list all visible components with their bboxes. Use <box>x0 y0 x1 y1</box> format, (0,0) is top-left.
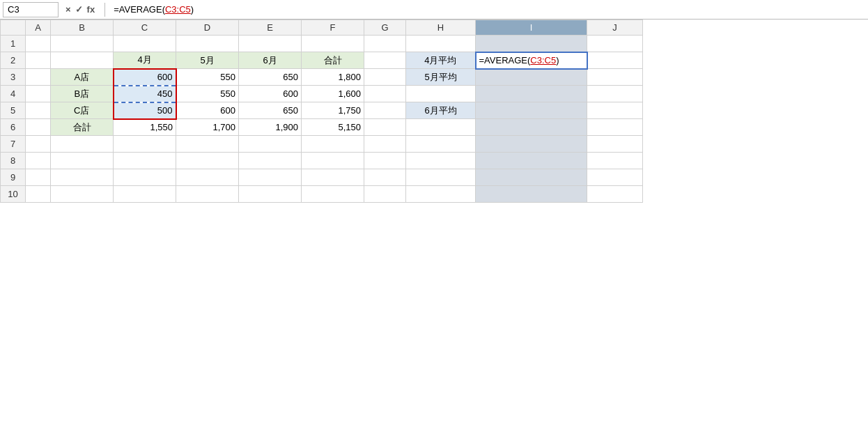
cell-B2[interactable] <box>51 52 114 69</box>
cell-A5[interactable] <box>26 102 51 119</box>
cell-C7[interactable] <box>114 136 176 153</box>
cell-G1[interactable] <box>364 36 406 52</box>
col-header-D[interactable]: D <box>176 20 239 36</box>
cell-D8[interactable] <box>176 153 239 169</box>
cell-E4[interactable]: 600 <box>239 86 302 102</box>
cell-H1[interactable] <box>406 36 476 52</box>
cell-F1[interactable] <box>302 36 364 52</box>
cell-G2[interactable] <box>364 52 406 69</box>
cell-D1[interactable] <box>176 36 239 52</box>
cell-D6[interactable]: 1,700 <box>176 119 239 136</box>
cancel-icon[interactable]: × <box>65 4 71 15</box>
cell-F6[interactable]: 5,150 <box>302 119 364 136</box>
cell-C6[interactable]: 1,550 <box>114 119 176 136</box>
cell-I9[interactable] <box>476 169 587 186</box>
cell-D10[interactable] <box>176 186 239 203</box>
cell-A9[interactable] <box>26 169 51 186</box>
cell-H3[interactable]: 5月平均 <box>406 69 476 86</box>
cell-I8[interactable] <box>476 153 587 169</box>
cell-B9[interactable] <box>51 169 114 186</box>
cell-C8[interactable] <box>114 153 176 169</box>
cell-E5[interactable]: 650 <box>239 102 302 119</box>
cell-E8[interactable] <box>239 153 302 169</box>
col-header-E[interactable]: E <box>239 20 302 36</box>
cell-J2[interactable] <box>587 52 643 69</box>
cell-E6[interactable]: 1,900 <box>239 119 302 136</box>
cell-J3[interactable] <box>587 69 643 86</box>
cell-H6[interactable] <box>406 119 476 136</box>
cell-J6[interactable] <box>587 119 643 136</box>
col-header-A[interactable]: A <box>26 20 51 36</box>
cell-J1[interactable] <box>587 36 643 52</box>
cell-H4[interactable] <box>406 86 476 102</box>
cell-I4[interactable] <box>476 86 587 102</box>
cell-C10[interactable] <box>114 186 176 203</box>
cell-C3[interactable]: 600 <box>114 69 176 86</box>
cell-C5[interactable]: 500 <box>114 102 176 119</box>
col-header-C[interactable]: C <box>114 20 176 36</box>
cell-E3[interactable]: 650 <box>239 69 302 86</box>
cell-F10[interactable] <box>302 186 364 203</box>
cell-I3[interactable] <box>476 69 587 86</box>
cell-G3[interactable] <box>364 69 406 86</box>
cell-C2[interactable]: 4月 <box>114 52 176 69</box>
cell-A6[interactable] <box>26 119 51 136</box>
cell-B3[interactable]: A店 <box>51 69 114 86</box>
cell-H9[interactable] <box>406 169 476 186</box>
cell-D9[interactable] <box>176 169 239 186</box>
cell-J7[interactable] <box>587 136 643 153</box>
cell-F9[interactable] <box>302 169 364 186</box>
cell-I5[interactable] <box>476 102 587 119</box>
cell-I2[interactable]: =AVERAGE(C3:C5) AVERAGE(数値1, [数値2], ...) <box>476 52 587 69</box>
cell-H10[interactable] <box>406 186 476 203</box>
cell-E2[interactable]: 6月 <box>239 52 302 69</box>
col-header-F[interactable]: F <box>302 20 364 36</box>
col-header-G[interactable]: G <box>364 20 406 36</box>
cell-B1[interactable] <box>51 36 114 52</box>
cell-D3[interactable]: 550 <box>176 69 239 86</box>
cell-I10[interactable] <box>476 186 587 203</box>
cell-G5[interactable] <box>364 102 406 119</box>
cell-D7[interactable] <box>176 136 239 153</box>
cell-F7[interactable] <box>302 136 364 153</box>
cell-J8[interactable] <box>587 153 643 169</box>
cell-I1[interactable] <box>476 36 587 52</box>
cell-G6[interactable] <box>364 119 406 136</box>
cell-E10[interactable] <box>239 186 302 203</box>
formula-display[interactable]: =AVERAGE(C3:C5) <box>111 4 865 15</box>
col-header-H[interactable]: H <box>406 20 476 36</box>
cell-G9[interactable] <box>364 169 406 186</box>
cell-B6[interactable]: 合計 <box>51 119 114 136</box>
cell-B7[interactable] <box>51 136 114 153</box>
confirm-icon[interactable]: ✓ <box>75 4 83 15</box>
cell-B4[interactable]: B店 <box>51 86 114 102</box>
cell-F3[interactable]: 1,800 <box>302 69 364 86</box>
cell-B5[interactable]: C店 <box>51 102 114 119</box>
cell-A10[interactable] <box>26 186 51 203</box>
cell-G8[interactable] <box>364 153 406 169</box>
cell-C9[interactable] <box>114 169 176 186</box>
cell-reference-box[interactable]: C3 <box>3 2 59 17</box>
cell-I6[interactable] <box>476 119 587 136</box>
cell-F8[interactable] <box>302 153 364 169</box>
cell-J10[interactable] <box>587 186 643 203</box>
cell-A4[interactable] <box>26 86 51 102</box>
cell-G10[interactable] <box>364 186 406 203</box>
cell-I7[interactable] <box>476 136 587 153</box>
cell-A8[interactable] <box>26 153 51 169</box>
cell-C1[interactable] <box>114 36 176 52</box>
fx-icon[interactable]: fx <box>87 4 95 15</box>
cell-G4[interactable] <box>364 86 406 102</box>
cell-A1[interactable] <box>26 36 51 52</box>
cell-B8[interactable] <box>51 153 114 169</box>
cell-F5[interactable]: 1,750 <box>302 102 364 119</box>
cell-B10[interactable] <box>51 186 114 203</box>
cell-D5[interactable]: 600 <box>176 102 239 119</box>
cell-D2[interactable]: 5月 <box>176 52 239 69</box>
cell-E1[interactable] <box>239 36 302 52</box>
col-header-J[interactable]: J <box>587 20 643 36</box>
cell-E7[interactable] <box>239 136 302 153</box>
cell-F4[interactable]: 1,600 <box>302 86 364 102</box>
cell-A7[interactable] <box>26 136 51 153</box>
cell-F2[interactable]: 合計 <box>302 52 364 69</box>
